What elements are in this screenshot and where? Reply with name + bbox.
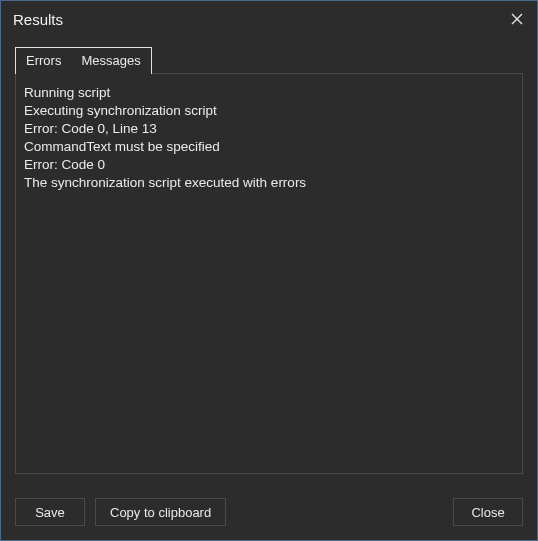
dialog-footer: Save Copy to clipboard Close [1,488,537,540]
results-dialog: Results Errors Messages Running script E… [0,0,538,541]
log-line: The synchronization script executed with… [24,174,514,192]
tab-bar: Errors Messages [15,47,523,74]
close-button[interactable]: Close [453,498,523,526]
log-line: Running script [24,84,514,102]
log-panel: Running script Executing synchronization… [15,73,523,474]
dialog-body: Errors Messages Running script Executing… [1,37,537,488]
close-icon[interactable] [507,9,527,29]
log-line: Error: Code 0, Line 13 [24,120,514,138]
window-title: Results [13,11,63,28]
log-line: Executing synchronization script [24,102,514,120]
tab-messages[interactable]: Messages [71,48,150,74]
tab-errors[interactable]: Errors [16,48,71,74]
titlebar: Results [1,1,537,37]
save-button[interactable]: Save [15,498,85,526]
log-line: CommandText must be specified [24,138,514,156]
log-line: Error: Code 0 [24,156,514,174]
copy-to-clipboard-button[interactable]: Copy to clipboard [95,498,226,526]
